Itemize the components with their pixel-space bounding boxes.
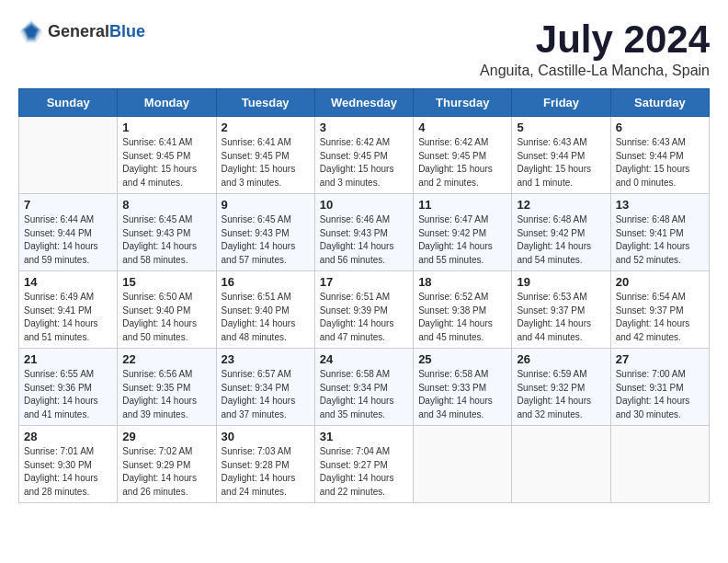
calendar-cell: 27Sunrise: 7:00 AMSunset: 9:31 PMDayligh… [610,349,709,426]
day-info: Sunrise: 6:46 AMSunset: 9:43 PMDaylight:… [320,213,408,267]
day-number: 24 [320,352,408,366]
day-info: Sunrise: 6:41 AMSunset: 9:45 PMDaylight:… [222,136,310,190]
day-number: 10 [320,198,408,212]
day-number: 4 [418,121,506,134]
col-tuesday: Tuesday [216,89,314,117]
calendar-cell: 19Sunrise: 6:53 AMSunset: 9:37 PMDayligh… [512,271,610,349]
day-info: Sunrise: 6:51 AMSunset: 9:39 PMDaylight:… [320,291,408,344]
day-number: 19 [517,275,605,289]
day-number: 8 [122,198,210,212]
calendar-cell: 5Sunrise: 6:43 AMSunset: 9:44 PMDaylight… [512,117,610,194]
day-info: Sunrise: 6:48 AMSunset: 9:41 PMDaylight:… [616,213,704,267]
calendar-week-3: 14Sunrise: 6:49 AMSunset: 9:41 PMDayligh… [19,271,710,349]
day-number: 1 [122,121,210,134]
calendar-week-1: 1Sunrise: 6:41 AMSunset: 9:45 PMDaylight… [19,117,710,194]
day-number: 31 [320,430,408,443]
calendar-cell: 13Sunrise: 6:48 AMSunset: 9:41 PMDayligh… [610,194,709,271]
logo-text: GeneralBlue [48,22,145,41]
day-info: Sunrise: 6:58 AMSunset: 9:33 PMDaylight:… [418,368,506,421]
col-wednesday: Wednesday [314,89,413,117]
day-info: Sunrise: 6:45 AMSunset: 9:43 PMDaylight:… [122,213,210,267]
day-number: 9 [222,198,310,212]
day-info: Sunrise: 6:51 AMSunset: 9:40 PMDaylight:… [222,291,310,344]
location-title: Anguita, Castille-La Mancha, Spain [480,63,710,79]
day-number: 17 [320,275,408,289]
calendar-cell: 11Sunrise: 6:47 AMSunset: 9:42 PMDayligh… [414,194,512,271]
day-number: 29 [122,430,210,443]
day-number: 20 [616,275,704,289]
day-number: 6 [616,121,704,134]
calendar-cell: 21Sunrise: 6:55 AMSunset: 9:36 PMDayligh… [19,349,118,426]
title-area: July 2024 Anguita, Castille-La Mancha, S… [480,18,710,79]
day-number: 21 [24,352,112,366]
header: GeneralBlue July 2024 Anguita, Castille-… [18,18,710,79]
day-info: Sunrise: 7:03 AMSunset: 9:28 PMDaylight:… [222,445,310,499]
day-info: Sunrise: 6:52 AMSunset: 9:38 PMDaylight:… [418,291,506,344]
day-info: Sunrise: 6:47 AMSunset: 9:42 PMDaylight:… [418,213,506,267]
day-info: Sunrise: 6:58 AMSunset: 9:34 PMDaylight:… [320,368,408,421]
day-info: Sunrise: 6:41 AMSunset: 9:45 PMDaylight:… [122,136,210,190]
col-thursday: Thursday [414,89,512,117]
day-number: 23 [222,352,310,366]
day-number: 25 [418,352,506,366]
calendar-cell: 15Sunrise: 6:50 AMSunset: 9:40 PMDayligh… [118,271,216,349]
calendar-cell: 31Sunrise: 7:04 AMSunset: 9:27 PMDayligh… [314,426,413,503]
logo: GeneralBlue [18,18,145,44]
day-number: 28 [24,430,112,443]
day-info: Sunrise: 6:57 AMSunset: 9:34 PMDaylight:… [222,368,310,421]
day-info: Sunrise: 6:50 AMSunset: 9:40 PMDaylight:… [122,291,210,344]
calendar-cell: 24Sunrise: 6:58 AMSunset: 9:34 PMDayligh… [314,349,413,426]
calendar-cell: 20Sunrise: 6:54 AMSunset: 9:37 PMDayligh… [610,271,709,349]
day-number: 26 [517,352,605,366]
calendar-body: 1Sunrise: 6:41 AMSunset: 9:45 PMDaylight… [19,117,710,503]
day-number: 27 [616,352,704,366]
calendar-cell: 6Sunrise: 6:43 AMSunset: 9:44 PMDaylight… [610,117,709,194]
calendar-cell: 9Sunrise: 6:45 AMSunset: 9:43 PMDaylight… [216,194,314,271]
day-info: Sunrise: 7:01 AMSunset: 9:30 PMDaylight:… [24,445,112,499]
calendar-cell: 17Sunrise: 6:51 AMSunset: 9:39 PMDayligh… [314,271,413,349]
calendar-cell: 25Sunrise: 6:58 AMSunset: 9:33 PMDayligh… [414,349,512,426]
day-number: 22 [122,352,210,366]
day-number: 16 [222,275,310,289]
day-number: 18 [418,275,506,289]
col-monday: Monday [118,89,216,117]
calendar-cell: 2Sunrise: 6:41 AMSunset: 9:45 PMDaylight… [216,117,314,194]
day-info: Sunrise: 7:02 AMSunset: 9:29 PMDaylight:… [122,445,210,499]
day-number: 30 [222,430,310,443]
calendar-cell [19,117,118,194]
day-info: Sunrise: 6:45 AMSunset: 9:43 PMDaylight:… [222,213,310,267]
calendar-cell: 16Sunrise: 6:51 AMSunset: 9:40 PMDayligh… [216,271,314,349]
month-title: July 2024 [480,18,710,61]
calendar-cell: 7Sunrise: 6:44 AMSunset: 9:44 PMDaylight… [19,194,118,271]
calendar-cell: 28Sunrise: 7:01 AMSunset: 9:30 PMDayligh… [19,426,118,503]
header-row: Sunday Monday Tuesday Wednesday Thursday… [19,89,710,117]
day-info: Sunrise: 7:04 AMSunset: 9:27 PMDaylight:… [320,445,408,499]
day-info: Sunrise: 6:56 AMSunset: 9:35 PMDaylight:… [122,368,210,421]
day-number: 3 [320,121,408,134]
col-saturday: Saturday [610,89,709,117]
logo-blue: Blue [109,22,145,40]
col-sunday: Sunday [19,89,118,117]
day-info: Sunrise: 7:00 AMSunset: 9:31 PMDaylight:… [616,368,704,421]
calendar-week-4: 21Sunrise: 6:55 AMSunset: 9:36 PMDayligh… [19,349,710,426]
calendar-table: Sunday Monday Tuesday Wednesday Thursday… [18,88,710,503]
calendar-cell: 8Sunrise: 6:45 AMSunset: 9:43 PMDaylight… [118,194,216,271]
calendar-cell: 23Sunrise: 6:57 AMSunset: 9:34 PMDayligh… [216,349,314,426]
day-info: Sunrise: 6:43 AMSunset: 9:44 PMDaylight:… [517,136,605,190]
calendar-cell: 18Sunrise: 6:52 AMSunset: 9:38 PMDayligh… [414,271,512,349]
calendar-cell: 12Sunrise: 6:48 AMSunset: 9:42 PMDayligh… [512,194,610,271]
calendar-cell [610,426,709,503]
day-number: 11 [418,198,506,212]
day-info: Sunrise: 6:54 AMSunset: 9:37 PMDaylight:… [616,291,704,344]
logo-icon [18,18,44,44]
day-info: Sunrise: 6:49 AMSunset: 9:41 PMDaylight:… [24,291,112,344]
day-info: Sunrise: 6:53 AMSunset: 9:37 PMDaylight:… [517,291,605,344]
calendar-cell: 10Sunrise: 6:46 AMSunset: 9:43 PMDayligh… [314,194,413,271]
calendar-cell: 3Sunrise: 6:42 AMSunset: 9:45 PMDaylight… [314,117,413,194]
day-info: Sunrise: 6:44 AMSunset: 9:44 PMDaylight:… [24,213,112,267]
calendar-header: Sunday Monday Tuesday Wednesday Thursday… [19,89,710,117]
logo-general: General [48,22,109,40]
calendar-cell: 30Sunrise: 7:03 AMSunset: 9:28 PMDayligh… [216,426,314,503]
calendar-cell: 29Sunrise: 7:02 AMSunset: 9:29 PMDayligh… [118,426,216,503]
day-number: 5 [517,121,605,134]
